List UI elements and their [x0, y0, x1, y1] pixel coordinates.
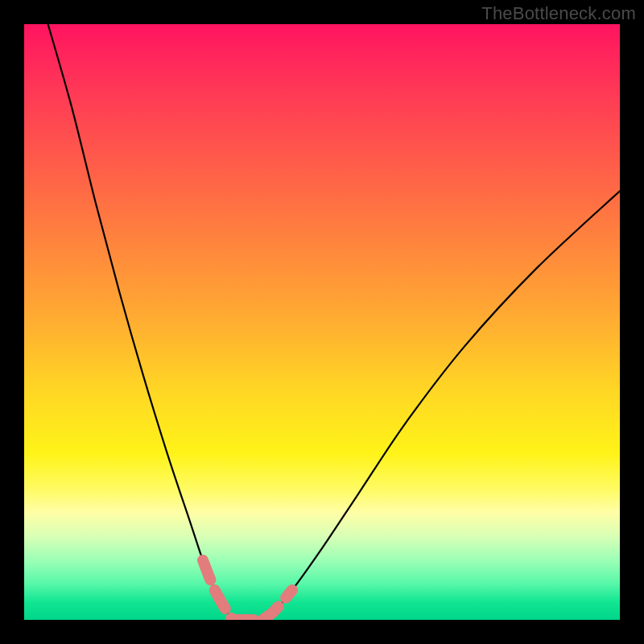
highlight-dash-right	[262, 590, 292, 620]
chart-svg	[24, 24, 620, 620]
right-curve	[262, 191, 620, 620]
highlight-dash-left	[203, 560, 233, 620]
chart-plot-area	[24, 24, 620, 620]
left-curve	[48, 24, 233, 620]
watermark-text: TheBottleneck.com	[481, 3, 636, 24]
